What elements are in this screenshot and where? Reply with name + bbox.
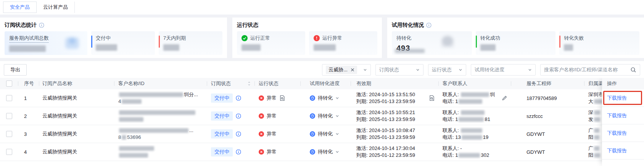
- column-header-订阅状态: 订阅状态: [207, 78, 255, 89]
- chevron-down-icon[interactable]: [335, 132, 339, 136]
- row-checkbox[interactable]: [6, 95, 12, 101]
- contact-phone: 电话: 1: [443, 98, 483, 105]
- customer-name: 圳分...: [184, 92, 198, 97]
- info-icon[interactable]: [426, 23, 431, 28]
- toolbar: 导出 云威胁... 订阅状态 运行状态: [0, 64, 644, 76]
- download-report-link[interactable]: 下载报告: [607, 130, 627, 137]
- customer-id: [118, 152, 149, 159]
- contact-name: 联系人:: [443, 127, 483, 134]
- contact-name: 联系人:: [443, 110, 460, 115]
- chevron-down-icon[interactable]: [335, 114, 339, 118]
- trial-progress-placeholder: 试用转化进度: [475, 66, 504, 73]
- stat-card-转化成功: 转化成功: [476, 31, 556, 55]
- stat-card-value: [242, 44, 301, 53]
- contact-phone: 电话: 1: [443, 116, 458, 122]
- column-header-序号: 序号: [18, 78, 39, 89]
- edit-icon[interactable]: [502, 95, 507, 101]
- product-filter-select[interactable]: 云威胁...: [322, 64, 371, 76]
- info-icon[interactable]: [236, 131, 241, 137]
- info-icon[interactable]: [39, 23, 44, 28]
- export-button[interactable]: 导出: [4, 64, 27, 76]
- channel-line1: 深: [588, 109, 601, 116]
- subscribe-status-placeholder: 订阅状态: [379, 66, 399, 73]
- run-status-select[interactable]: 运行状态: [428, 64, 466, 76]
- contact-name: 圳: [490, 92, 495, 97]
- sort-icon[interactable]: [247, 81, 251, 87]
- stat-value-redacted: [9, 45, 46, 52]
- stat-value-redacted: [96, 44, 117, 51]
- row-select-cell: [0, 95, 18, 101]
- select-all-checkbox[interactable]: [6, 81, 12, 87]
- trial-status-icon: [310, 131, 315, 137]
- validity-cell: 激活: 2024-10-15 10:08:47到期: 2025-01-13 23…: [351, 127, 439, 141]
- column-header-label: 序号: [24, 80, 34, 87]
- subscribe-status-select[interactable]: 订阅状态: [375, 64, 423, 76]
- row-checkbox[interactable]: [6, 113, 12, 119]
- trial-progress-select[interactable]: 试用转化进度: [471, 64, 536, 76]
- stat-value-redacted: [480, 44, 496, 51]
- customer-cell: [114, 145, 207, 159]
- download-report-link[interactable]: 下载报告: [607, 95, 627, 102]
- customer-cell: 圳分...4: [114, 91, 207, 105]
- expires-at: 到期: 2025-01-12 23:59:59: [356, 152, 415, 159]
- customer-id-redacted: [119, 153, 148, 158]
- column-header-有效期: 有效期: [351, 78, 439, 89]
- column-header-客户联系人: 客户联系人: [439, 78, 511, 89]
- chevron-down-icon[interactable]: [335, 96, 339, 100]
- activated-at: 激活: 2024-10-15 10:08:47: [356, 127, 415, 134]
- channel: 深圳市: [588, 92, 603, 97]
- stat-value-redacted: [395, 49, 425, 53]
- search-icon[interactable]: [630, 67, 636, 73]
- customer-id: 853696: [118, 134, 141, 141]
- column-header-label: 订阅产品名称: [42, 80, 72, 87]
- subscribe-status-tag: 交付中: [211, 129, 233, 139]
- inspect-report-icon[interactable]: [279, 95, 285, 101]
- table-row: 4云威胁情报网关交付中异常待转化激活: 2024-10-14 17:30:04到…: [0, 143, 644, 161]
- contact-phone: 电话: 181: [443, 116, 490, 123]
- inspect-report-icon[interactable]: [429, 95, 435, 101]
- download-report-link[interactable]: 下载报告: [607, 147, 627, 154]
- engineer-cell: GDYWT: [511, 131, 584, 137]
- engineer-cell: 18779704589: [511, 95, 584, 101]
- validity-cell: 激活: 2024-10-14 17:30:04到期: 2025-01-12 23…: [351, 145, 439, 159]
- row-index-cell: 2: [18, 113, 39, 119]
- customer-name-redacted: [119, 128, 188, 133]
- contact-name: 联系人: -: [443, 145, 462, 151]
- contact-phone: 电话: 1302: [443, 152, 489, 159]
- download-report-link[interactable]: 下载报告: [607, 112, 627, 119]
- tab-security-products[interactable]: 安全产品: [3, 2, 37, 13]
- stat-card-label: 运行正常: [250, 35, 270, 42]
- column-header-label: 运行状态: [259, 80, 279, 87]
- info-icon[interactable]: [236, 95, 241, 101]
- column-header-label: 客户名称/ID: [118, 80, 145, 87]
- customer-cell: [114, 109, 207, 123]
- contact-name: 联系人:: [443, 127, 460, 133]
- row-checkbox[interactable]: [6, 131, 12, 137]
- product-filter-tag-label: 云威胁...: [328, 66, 348, 73]
- search-input[interactable]: 搜索客户名称/ID/工程师/渠道名称: [540, 64, 640, 76]
- product-name-cell: 云威胁情报网关: [39, 131, 114, 137]
- tab-cloud-products[interactable]: 云计算产品: [37, 2, 75, 13]
- customer-id: [118, 116, 144, 123]
- run-status-cell: 异常: [255, 95, 301, 102]
- info-icon[interactable]: [236, 149, 241, 155]
- info-icon[interactable]: [236, 113, 241, 119]
- contact-phone: 81: [485, 116, 490, 122]
- validity-cell: 激活: 2024-10-15 10:55:21到期: 2025-01-13 23…: [351, 109, 439, 123]
- stat-card-label-row: 交付中: [96, 35, 150, 42]
- run-status-cell: 异常: [255, 131, 301, 137]
- chevron-down-icon[interactable]: [335, 150, 339, 154]
- trial-status-cell: 待转化: [301, 113, 351, 119]
- table-body: 1云威胁情报网关圳分...4交付中异常待转化激活: 2024-10-15 13:…: [0, 89, 644, 161]
- remove-tag-icon[interactable]: [351, 68, 354, 72]
- expires-at: 到期: 2025-01-13 23:59:59: [356, 134, 415, 141]
- channel: 深: [588, 110, 593, 115]
- stat-accent-bar: [159, 35, 160, 48]
- channel: 广: [588, 145, 593, 151]
- column-header-试用转化进度: 试用转化进度: [301, 78, 351, 89]
- row-checkbox[interactable]: [6, 149, 12, 155]
- column-header-订阅产品名称: 订阅产品名称: [39, 78, 114, 89]
- table-row: 3云威胁情报网关...853696交付中异常待转化激活: 2024-10-15 …: [0, 125, 644, 143]
- stat-value-redacted: [564, 44, 573, 51]
- channel-redacted: [594, 110, 600, 115]
